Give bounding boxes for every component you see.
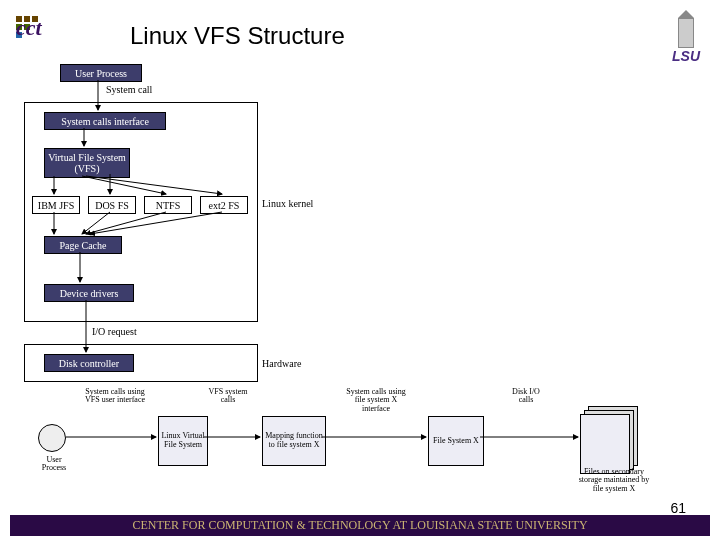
page-title: Linux VFS Structure [130,22,345,50]
vfs-diagram: User Process System call Linux kernel Sy… [14,64,354,384]
slide-header: cct Linux VFS Structure LSU [0,4,720,62]
svg-text:cct: cct [16,15,43,39]
cct-logo: cct [16,16,40,38]
footer-bar: CENTER FOR COMPUTATION & TECHNOLOGY AT L… [10,515,710,536]
page-number: 61 [670,500,686,516]
flow-diagram: System calls using VFS user interface VF… [38,388,668,488]
svg-line-8 [82,212,110,234]
svg-line-10 [90,212,222,234]
lsu-label: LSU [672,48,700,64]
arrows-main [14,64,354,384]
cct-wordmark-icon: cct [16,15,62,39]
arrows-bottom [38,388,668,488]
lsu-logo: LSU [672,10,700,64]
tower-icon [674,10,698,46]
